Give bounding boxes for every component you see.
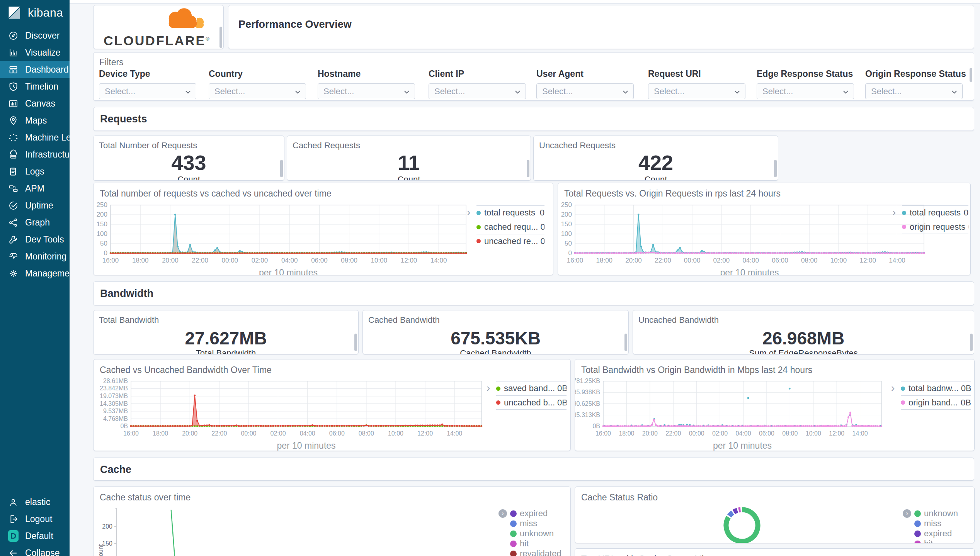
- sidebar-item-timelion[interactable]: Timelion: [0, 78, 70, 95]
- chart-cached-vs-uncached-bandwidth: Cached vs Uncached Bandwidth Over Time 1…: [93, 359, 571, 451]
- legend-entry[interactable]: expired: [914, 529, 972, 539]
- legend-entry[interactable]: total requests0: [476, 205, 544, 220]
- legend-label: uncached b...: [504, 398, 555, 408]
- sidebar-item-label: Dev Tools: [25, 234, 64, 245]
- legend-label: total badnw...: [909, 383, 959, 393]
- metric-cached-requests: Cached Requests 11 Count: [287, 136, 531, 181]
- legend-entry[interactable]: origin requests0: [902, 220, 968, 234]
- filter-select[interactable]: Select...: [209, 83, 306, 99]
- sidebar-item-canvas[interactable]: Canvas: [0, 95, 70, 112]
- sidebar-item-visualize[interactable]: Visualize: [0, 44, 70, 61]
- filter-label: User Agent: [536, 69, 634, 79]
- filter-select[interactable]: Select...: [99, 83, 196, 99]
- legend-entry[interactable]: revalidated: [510, 549, 569, 556]
- sidebar-footer: elastic Logout D Default Collapse: [0, 493, 70, 556]
- sidebar-item-management[interactable]: Management: [0, 265, 70, 282]
- filter-select[interactable]: Select...: [865, 83, 963, 99]
- legend-entry[interactable]: hit: [914, 539, 972, 543]
- panel-scrollbar[interactable]: [527, 160, 529, 177]
- svg-text:16:00: 16:00: [595, 430, 611, 437]
- svg-text:22:00: 22:00: [192, 257, 208, 264]
- legend-collapse-chevron[interactable]: ›: [892, 207, 896, 218]
- panel-scrollbar[interactable]: [219, 27, 222, 48]
- chart-legend: saved band...0Buncached b...0B: [496, 381, 567, 410]
- svg-text:14:00: 14:00: [447, 430, 462, 437]
- legend-label: unknown: [924, 509, 958, 519]
- legend-collapse-chevron[interactable]: ›: [903, 509, 911, 518]
- svg-text:12:00: 12:00: [401, 257, 417, 264]
- sidebar-item-machine-le[interactable]: Machine Le...: [0, 129, 70, 146]
- svg-text:22:00: 22:00: [655, 257, 671, 264]
- legend-entry[interactable]: miss: [510, 519, 569, 529]
- legend-collapse-chevron[interactable]: ›: [487, 383, 490, 393]
- legend-entry[interactable]: uncached b...0B: [496, 395, 567, 410]
- chevron-down-icon: [734, 89, 740, 95]
- legend-entry[interactable]: cached requ...0: [476, 220, 544, 234]
- sidebar: kibana Discover Visualize Dashboard Time…: [0, 0, 70, 556]
- svg-text:08:00: 08:00: [341, 257, 357, 264]
- legend-collapse-chevron[interactable]: ›: [891, 383, 895, 393]
- svg-text:02:00: 02:00: [271, 430, 286, 437]
- svg-text:28.61MB: 28.61MB: [103, 378, 128, 384]
- legend-entry[interactable]: unknown: [914, 509, 972, 519]
- cloudflare-logo-panel: CLOUDFLARE®: [93, 5, 224, 49]
- sidebar-item-logs[interactable]: Logs: [0, 163, 70, 180]
- cache-section-panel: Cache: [93, 458, 974, 481]
- sidebar-item-elastic[interactable]: elastic: [0, 493, 70, 510]
- svg-text:14:00: 14:00: [852, 430, 868, 437]
- sidebar-item-graph[interactable]: Graph: [0, 214, 70, 231]
- sidebar-item-label: Logs: [25, 166, 44, 177]
- sidebar-item-default[interactable]: D Default: [0, 527, 70, 544]
- filter-select[interactable]: Select...: [648, 83, 745, 99]
- sidebar-item-uptime[interactable]: Uptime: [0, 197, 70, 214]
- svg-text:10:00: 10:00: [830, 257, 847, 264]
- chevron-down-icon: [951, 89, 958, 95]
- panel-scrollbar[interactable]: [774, 160, 777, 177]
- filter-select[interactable]: Select...: [536, 83, 634, 99]
- legend-entry[interactable]: expired: [510, 509, 569, 519]
- panel-scrollbar[interactable]: [280, 160, 283, 177]
- svg-text:per 10 minutes: per 10 minutes: [720, 268, 779, 275]
- legend-entry[interactable]: hit: [510, 539, 569, 549]
- sidebar-item-dashboard[interactable]: Dashboard: [0, 61, 70, 78]
- filter-label: Hostname: [318, 69, 415, 79]
- panel-scrollbar[interactable]: [970, 334, 973, 351]
- svg-text:16:00: 16:00: [102, 257, 119, 264]
- legend-entry[interactable]: origin band...0B: [901, 395, 971, 410]
- cloudflare-cloud-icon: [155, 6, 213, 32]
- legend-collapse-chevron[interactable]: ›: [499, 509, 507, 518]
- sidebar-item-infrastructure[interactable]: Infrastructure: [0, 146, 70, 163]
- devtools-icon: [8, 234, 19, 245]
- legend-color-dot: [901, 386, 905, 391]
- filter-select[interactable]: Select...: [318, 83, 415, 99]
- panel-scrollbar[interactable]: [624, 334, 627, 351]
- sidebar-item-logout[interactable]: Logout: [0, 510, 70, 527]
- legend-color-dot: [476, 239, 481, 243]
- svg-text:50: 50: [100, 240, 107, 247]
- filter-field-user-agent: User Agent Select...: [536, 69, 634, 99]
- svg-text:04:00: 04:00: [742, 257, 759, 264]
- sidebar-item-apm[interactable]: APM: [0, 180, 70, 197]
- sidebar-item-dev-tools[interactable]: Dev Tools: [0, 231, 70, 248]
- legend-entry[interactable]: total badnw...0B: [901, 381, 971, 395]
- sidebar-item-maps[interactable]: Maps: [0, 112, 70, 129]
- filter-label: Country: [209, 69, 306, 79]
- legend-entry[interactable]: uncached re...0: [476, 234, 544, 248]
- legend-collapse-chevron[interactable]: ›: [467, 207, 470, 218]
- sidebar-item-collapse[interactable]: Collapse: [0, 544, 70, 556]
- panel-scrollbar[interactable]: [970, 68, 972, 82]
- filter-select[interactable]: Select...: [429, 83, 526, 99]
- legend-entry[interactable]: unknown: [510, 529, 569, 539]
- sidebar-item-discover[interactable]: Discover: [0, 27, 70, 44]
- metric-sub: Sum of EdgeResponseBytes: [633, 348, 974, 354]
- legend-entry[interactable]: total requests0: [902, 205, 968, 220]
- sidebar-item-monitoring[interactable]: Monitoring: [0, 248, 70, 265]
- legend-color-dot: [476, 225, 481, 229]
- chart-plot[interactable]: 200150Count: [94, 487, 571, 556]
- filter-select[interactable]: Select...: [757, 83, 854, 99]
- legend-entry[interactable]: saved band...0B: [496, 381, 567, 395]
- svg-text:18:00: 18:00: [619, 430, 634, 437]
- kibana-logo[interactable]: kibana: [0, 0, 70, 25]
- legend-entry[interactable]: miss: [914, 519, 972, 529]
- panel-scrollbar[interactable]: [354, 334, 357, 351]
